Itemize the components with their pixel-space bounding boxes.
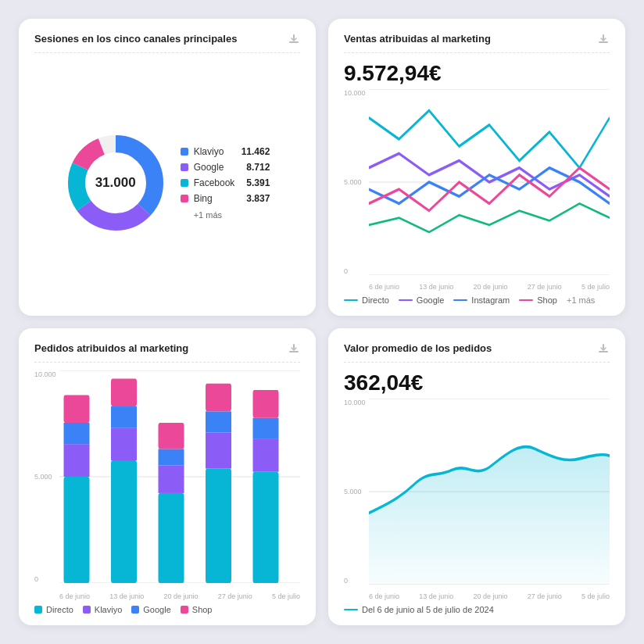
card3-export-icon[interactable] bbox=[288, 342, 300, 357]
svg-rect-1 bbox=[293, 34, 295, 40]
card4-export-icon[interactable] bbox=[597, 342, 610, 357]
card2-svg-wrap bbox=[369, 89, 610, 275]
card3-x-axis: 6 de junio 13 de junio 20 de junio 27 de… bbox=[59, 592, 300, 600]
svg-rect-0 bbox=[289, 41, 299, 43]
card2-export-icon[interactable] bbox=[597, 33, 610, 48]
card-valor: Valor promedio de los pedidos 362,04€ 10… bbox=[328, 328, 625, 625]
svg-rect-28 bbox=[159, 423, 184, 449]
legend-area-line: Del 6 de junio al 5 de julio de 2024 bbox=[344, 605, 494, 614]
svg-rect-18 bbox=[64, 444, 90, 477]
svg-rect-26 bbox=[159, 465, 184, 493]
card2-y-axis: 10.000 5.000 0 bbox=[344, 89, 369, 275]
svg-rect-35 bbox=[253, 418, 279, 439]
svg-rect-12 bbox=[289, 351, 299, 352]
card4-title: Valor promedio de los pedidos bbox=[344, 342, 492, 356]
legend-bar-shop: Shop bbox=[181, 605, 213, 614]
svg-rect-37 bbox=[599, 351, 608, 352]
card1-header: Sesiones en los cinco canales principale… bbox=[34, 33, 300, 48]
svg-rect-25 bbox=[159, 493, 184, 583]
card2-title: Ventas atribuidas al marketing bbox=[344, 33, 491, 46]
svg-rect-34 bbox=[253, 439, 279, 472]
card3-y-axis: 10.000 5.000 0 bbox=[34, 370, 59, 583]
card3-header: Pedidos atribuidos al marketing bbox=[34, 342, 300, 357]
svg-rect-38 bbox=[603, 344, 604, 349]
card2-x-axis: 6 de junio 13 de junio 20 de junio 27 de… bbox=[369, 283, 610, 291]
svg-rect-22 bbox=[111, 428, 137, 460]
card4-x-axis: 6 de junio 13 de junio 20 de junio 27 de… bbox=[369, 592, 610, 600]
dashboard: Sesiones en los cinco canales principale… bbox=[0, 0, 644, 644]
card-pedidos: Pedidos atribuidos al marketing 10.000 5… bbox=[19, 328, 316, 625]
legend-more2: +1 más bbox=[567, 295, 595, 305]
svg-rect-32 bbox=[206, 384, 231, 412]
donut-total: 31.000 bbox=[95, 175, 136, 191]
card3-legend: Directo Klaviyo Google Shop bbox=[34, 605, 300, 614]
legend-facebook: Facebook 5.391 bbox=[181, 177, 270, 188]
svg-rect-31 bbox=[206, 411, 231, 432]
card4-value: 362,04€ bbox=[344, 370, 610, 395]
legend-more: +1 más bbox=[194, 210, 270, 220]
card-sessions: Sesiones en los cinco canales principale… bbox=[19, 19, 316, 316]
svg-rect-30 bbox=[206, 433, 231, 469]
svg-rect-7 bbox=[599, 41, 608, 43]
card1-body: 31.000 Klaviyo 11.462 Google 8.712 Faceb… bbox=[34, 61, 300, 305]
card4-chart: 10.000 5.000 0 bbox=[344, 399, 610, 600]
legend-bar-klaviyo: Klaviyo bbox=[83, 605, 122, 614]
svg-rect-13 bbox=[293, 344, 295, 349]
legend-instagram: Instagram bbox=[453, 295, 510, 305]
legend-google-line: Google bbox=[399, 295, 444, 305]
legend-google: Google 8.712 bbox=[181, 162, 270, 173]
card4-y-axis: 10.000 5.000 0 bbox=[344, 399, 369, 585]
card-ventas: Ventas atribuidas al marketing 9.572,94€… bbox=[328, 19, 625, 316]
card1-title: Sesiones en los cinco canales principale… bbox=[34, 33, 237, 46]
donut-chart: 31.000 bbox=[65, 132, 166, 234]
card2-value: 9.572,94€ bbox=[344, 61, 610, 86]
card2-header: Ventas atribuidas al marketing bbox=[344, 33, 610, 48]
card2-legend: Directo Google Instagram Shop +1 más bbox=[344, 295, 610, 305]
legend-bar-google: Google bbox=[131, 605, 170, 614]
svg-rect-8 bbox=[603, 34, 604, 40]
card4-legend: Del 6 de junio al 5 de julio de 2024 bbox=[344, 605, 610, 614]
svg-rect-20 bbox=[64, 395, 90, 423]
svg-rect-17 bbox=[64, 477, 90, 583]
svg-rect-29 bbox=[206, 469, 231, 583]
legend-shop: Shop bbox=[519, 295, 557, 305]
legend-bar-directo: Directo bbox=[34, 605, 73, 614]
card3-title: Pedidos atribuidos al marketing bbox=[34, 342, 188, 356]
svg-rect-27 bbox=[159, 449, 184, 465]
card4-svg-wrap bbox=[369, 399, 610, 585]
svg-rect-21 bbox=[111, 460, 137, 583]
card3-chart: 10.000 5.000 0 bbox=[34, 370, 300, 600]
legend-bing: Bing 3.837 bbox=[181, 193, 270, 204]
donut-legend: Klaviyo 11.462 Google 8.712 Facebook 5.3… bbox=[181, 146, 270, 220]
legend-klaviyo: Klaviyo 11.462 bbox=[181, 146, 270, 157]
svg-rect-23 bbox=[111, 406, 137, 428]
card1-export-icon[interactable] bbox=[288, 33, 300, 48]
svg-rect-24 bbox=[111, 378, 137, 406]
bar-chart-area bbox=[59, 370, 300, 583]
card4-header: Valor promedio de los pedidos bbox=[344, 342, 610, 357]
svg-rect-19 bbox=[64, 423, 90, 444]
legend-directo: Directo bbox=[344, 295, 389, 305]
svg-rect-33 bbox=[253, 472, 279, 583]
card2-chart: 10.000 5.000 0 bbox=[344, 89, 610, 291]
svg-rect-36 bbox=[253, 390, 279, 418]
